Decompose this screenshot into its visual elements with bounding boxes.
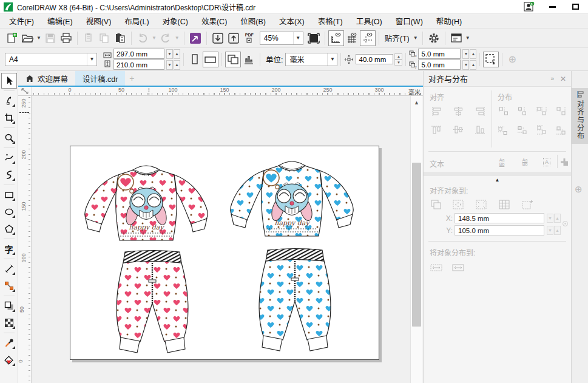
align-to-grid-button[interactable] xyxy=(495,197,513,212)
text-outline-button[interactable] xyxy=(558,155,570,169)
search-content-button[interactable] xyxy=(188,30,203,46)
align-right-button[interactable] xyxy=(471,104,489,118)
portrait-button[interactable] xyxy=(187,52,203,67)
interactive-fill-tool[interactable] xyxy=(1,352,17,368)
align-to-page-center-button[interactable] xyxy=(472,197,490,212)
page-width-field[interactable] xyxy=(113,49,164,59)
snap-to-dropdown[interactable]: ▼ xyxy=(412,35,419,41)
duplicate-y-spinner[interactable]: ▼▲ xyxy=(462,60,476,70)
zoom-tool[interactable] xyxy=(1,130,17,146)
distribute-bottom-button[interactable] xyxy=(552,122,569,137)
new-document-button[interactable] xyxy=(4,30,19,46)
menu-help[interactable]: 帮助(H) xyxy=(430,13,468,29)
distribute-to-page-button[interactable] xyxy=(449,260,467,275)
distribute-top-button[interactable] xyxy=(494,122,511,137)
menu-edit[interactable]: 编辑(E) xyxy=(41,13,79,29)
horizontal-ruler[interactable]: 0 50 100 150 200 250 300 毫米 xyxy=(18,87,423,96)
import-button[interactable] xyxy=(210,30,226,46)
new-tab-button[interactable]: + xyxy=(125,71,138,86)
transparency-tool[interactable] xyxy=(1,315,17,331)
cut-button[interactable] xyxy=(81,30,96,46)
docker-close-button[interactable]: ✕ xyxy=(560,75,566,83)
open-button[interactable] xyxy=(19,30,35,46)
snap-to-label[interactable]: 贴齐(T) xyxy=(385,32,410,44)
connector-tool[interactable] xyxy=(1,278,17,294)
nudge-spinner[interactable]: ▲▼ xyxy=(394,53,402,66)
align-to-page-edge-button[interactable] xyxy=(449,197,467,212)
redo-dropdown[interactable]: ▼ xyxy=(174,35,181,41)
show-guidelines-toggle[interactable] xyxy=(360,30,376,46)
polygon-tool[interactable] xyxy=(1,221,17,237)
duplicate-x-field[interactable] xyxy=(418,49,461,59)
shape-tool[interactable] xyxy=(1,93,17,109)
landscape-button[interactable] xyxy=(203,52,218,67)
vertical-scrollbar[interactable]: ▲ xyxy=(410,96,422,383)
menu-text[interactable]: 文本(X) xyxy=(272,13,311,29)
align-center-h-button[interactable] xyxy=(449,104,467,118)
scroll-up-button[interactable]: ▲ xyxy=(411,97,422,107)
align-x-field[interactable] xyxy=(455,213,544,223)
vertical-ruler[interactable]: 250 200 150 100 50 0 xyxy=(18,96,32,383)
rectangle-tool[interactable] xyxy=(1,187,17,203)
paste-button[interactable] xyxy=(112,30,128,46)
distribute-center-h-button[interactable] xyxy=(513,104,530,118)
menu-object[interactable]: 对象(C) xyxy=(156,13,195,29)
show-grid-toggle[interactable] xyxy=(344,30,360,46)
align-top-button[interactable] xyxy=(427,122,445,137)
menu-layout[interactable]: 布局(L) xyxy=(118,13,155,29)
align-center-v-button[interactable] xyxy=(449,122,467,137)
duplicate-x-spinner[interactable]: ▼▲ xyxy=(462,49,476,59)
distribute-spacing-h-button[interactable] xyxy=(533,104,550,118)
options-button[interactable] xyxy=(426,30,442,46)
menu-bitmaps[interactable]: 位图(B) xyxy=(234,13,272,29)
text-bounding-box-button[interactable]: A xyxy=(538,155,556,169)
quick-customize-button[interactable]: ⊕ xyxy=(508,53,516,65)
document-page[interactable]: happy day xyxy=(70,146,379,360)
menu-tools[interactable]: 工具(O) xyxy=(350,13,389,29)
tab-welcome-screen[interactable]: 欢迎屏幕 xyxy=(18,71,75,86)
window-options-button[interactable] xyxy=(448,30,464,46)
docker-tab-align-distribute[interactable]: 对齐与分布 xyxy=(572,88,588,144)
align-bottom-button[interactable] xyxy=(471,122,489,137)
zoom-level-combo[interactable]: 45% ▼ xyxy=(260,32,303,45)
minimize-button[interactable] xyxy=(543,1,561,13)
distribute-to-selection-button[interactable] xyxy=(427,260,445,275)
bspline-tool[interactable] xyxy=(1,167,17,183)
align-to-point-button[interactable] xyxy=(518,197,536,212)
page-height-field[interactable] xyxy=(113,59,164,70)
all-pages-button[interactable] xyxy=(225,52,241,67)
ruler-origin-button[interactable] xyxy=(18,87,32,95)
window-options-dropdown[interactable]: ▼ xyxy=(464,35,471,41)
page-size-dropdown-arrow[interactable]: ▼ xyxy=(87,53,96,66)
align-left-button[interactable] xyxy=(427,104,445,118)
undo-button[interactable] xyxy=(135,30,150,46)
page-height-spinner[interactable]: ▼▲ xyxy=(166,60,180,70)
menu-view[interactable]: 视图(V) xyxy=(79,13,118,29)
maximize-button[interactable] xyxy=(566,1,584,13)
fullscreen-preview-button[interactable] xyxy=(306,30,322,46)
text-tool[interactable]: 字 xyxy=(1,241,17,257)
color-eyedropper-tool[interactable] xyxy=(1,335,17,351)
zoom-dropdown-arrow[interactable]: ▼ xyxy=(293,32,303,44)
duplicate-y-field[interactable] xyxy=(418,59,461,70)
crop-tool[interactable] xyxy=(1,110,17,126)
align-y-field[interactable] xyxy=(455,225,544,236)
pajama-set-pink[interactable] xyxy=(85,166,208,353)
redo-button[interactable] xyxy=(158,30,174,46)
print-button[interactable] xyxy=(58,30,74,46)
tab-document[interactable]: 设计稿.cdr xyxy=(75,71,125,86)
docker-collapse-arrow[interactable]: ▲ xyxy=(495,177,500,183)
menu-window[interactable]: 窗口(W) xyxy=(389,13,430,29)
text-baseline-last-button[interactable]: AaBb xyxy=(515,155,535,169)
treat-as-filled-button[interactable] xyxy=(483,52,499,67)
distribute-left-button[interactable] xyxy=(494,104,511,118)
docker-expand-button[interactable]: » xyxy=(550,75,554,82)
menu-table[interactable]: 表格(T) xyxy=(311,13,350,29)
menu-file[interactable]: 文件(F) xyxy=(2,13,41,29)
export-button[interactable] xyxy=(226,30,242,46)
align-y-spinner[interactable]: ▼▲ xyxy=(546,226,561,235)
distribute-center-v-button[interactable] xyxy=(513,122,530,137)
distribute-right-button[interactable] xyxy=(552,104,569,118)
canvas[interactable]: happy day xyxy=(32,96,410,383)
scrollbar-thumb[interactable] xyxy=(412,163,421,327)
